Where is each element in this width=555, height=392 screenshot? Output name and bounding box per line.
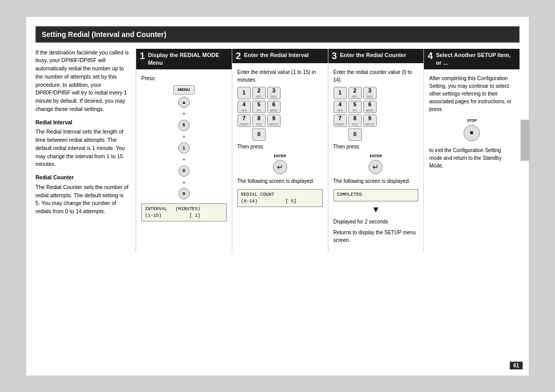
key-3b[interactable]: 3DEF — [363, 87, 377, 99]
key-0b[interactable]: 0 — [348, 128, 362, 141]
key-4b[interactable]: 4GHI — [334, 101, 347, 113]
page-number: 61 — [510, 362, 523, 369]
steps-area: 1 Display the REDIAL MODE Menu Press: ME… — [136, 49, 520, 252]
step-3-then-press: Then press: — [334, 143, 419, 151]
nav-0-key[interactable]: 0 — [178, 165, 190, 177]
nav-5-key[interactable]: 5 — [178, 120, 190, 131]
right-tab — [521, 120, 530, 161]
step-4-number: 4 — [428, 51, 433, 61]
key-3[interactable]: 3DEF — [267, 87, 281, 99]
step-3-completed-label: COMPLETED — [337, 192, 362, 197]
step-3-numpad: 1 2ABC 3DEF 4GHI 5JKL 6MNO 7PQRS 8TUV 9W… — [334, 87, 419, 141]
redial-counter-text: The Redial Counter sets the number of re… — [35, 183, 130, 216]
nav-9-key[interactable]: 9 — [178, 188, 190, 199]
key-5[interactable]: 5JKL — [252, 101, 266, 113]
menu-button[interactable]: MENU — [173, 85, 195, 95]
step-2-enter-label: ENTER — [274, 154, 286, 159]
step-4-after-text: After completing this Configuration Sett… — [429, 74, 514, 113]
arrow-down-icon: ▼ — [334, 203, 419, 216]
key-8b[interactable]: 8TUV — [348, 115, 362, 127]
redial-interval-title: Redial Interval — [35, 119, 130, 127]
step-2-number: 2 — [236, 51, 241, 61]
step-1-header: 1 Display the REDIAL MODE Menu — [136, 49, 232, 70]
step-4-exit-text: to exit the Configuration Setting mode a… — [429, 146, 514, 170]
step-4-header: 4 Select Another SETUP Item, or ... — [424, 49, 520, 70]
key-7[interactable]: 7PQRS — [237, 115, 251, 127]
step-2-then-press: Then press: — [237, 143, 323, 151]
step-2-title: Enter the Redial Interval — [244, 51, 309, 59]
stop-key[interactable]: ⏹ — [464, 125, 480, 141]
step-3-header: 3 Enter the Redial Counter — [328, 49, 424, 63]
key-0[interactable]: 0 — [252, 128, 266, 141]
key-2[interactable]: 2ABC — [252, 87, 266, 99]
redial-interval-text: The Redial Interval sets the length of t… — [35, 128, 130, 169]
step-1-screen: INTERVAL (MINUTES) (1-15) [ 1] — [141, 203, 227, 221]
step-2-instruction: Enter the interval value (1 to 15) in mi… — [237, 68, 323, 84]
key-9b[interactable]: 9WXYZ — [363, 115, 377, 127]
step-2-body: Enter the interval value (1 to 15) in mi… — [237, 68, 323, 208]
step-1-title: Display the REDIAL MODE Menu — [148, 51, 228, 67]
step-3-body: Enter the redial counter value (0 to 14)… — [334, 68, 419, 244]
step-2-screen: REDIAL COUNT (0-14) [ 5] — [237, 189, 323, 207]
step-3-number: 3 — [332, 51, 337, 61]
step-2-header: 2 Enter the Redial Interval — [232, 49, 328, 63]
step-2-enter-area: ENTER ↵ — [237, 154, 323, 175]
page: Setting Redial (Interval and Counter) If… — [26, 16, 529, 376]
page-title: Setting Redial (Interval and Counter) — [35, 26, 520, 43]
step-1-body: Press: MENU ▲ + 5 + 1 + 0 + 9 INTERVAL (… — [141, 74, 227, 221]
key-1[interactable]: 1 — [237, 87, 251, 99]
stop-button-area: STOP ⏹ — [429, 118, 514, 141]
step-3-displayed-for: Displayed for 2 seconds — [334, 218, 419, 226]
step-1-column: 1 Display the REDIAL MODE Menu Press: ME… — [136, 49, 232, 252]
redial-counter-title: Redial Counter — [35, 174, 130, 182]
step-3-enter-key[interactable]: ↵ — [368, 160, 383, 174]
intro-text: If the destination facsimile you called … — [35, 49, 130, 114]
step-4-title: Select Another SETUP Item, or ... — [436, 51, 516, 67]
key-9[interactable]: 9WXYZ — [267, 115, 281, 127]
step-2-column: 2 Enter the Redial Interval Enter the in… — [232, 49, 328, 252]
key-1b[interactable]: 1 — [334, 87, 347, 99]
key-4[interactable]: 4GHI — [237, 101, 251, 113]
key-5b[interactable]: 5JKL — [348, 101, 362, 113]
step-3-following: The following screen is displayed. — [334, 177, 419, 185]
step-3-enter-area: ENTER ↵ — [334, 154, 419, 175]
step-3-enter-label: ENTER — [370, 154, 382, 159]
nav-up-key[interactable]: ▲ — [178, 97, 190, 108]
intro-column: If the destination facsimile you called … — [35, 49, 136, 252]
key-6[interactable]: 6MNO — [267, 101, 281, 113]
step-4-column: 4 Select Another SETUP Item, or ... Afte… — [424, 49, 520, 252]
nav-1-key[interactable]: 1 — [178, 142, 190, 154]
key-7b[interactable]: 7PQRS — [334, 115, 347, 127]
step-1-number: 1 — [140, 51, 145, 61]
step-4-body: After completing this Configuration Sett… — [429, 74, 514, 170]
key-8[interactable]: 8TUV — [252, 115, 266, 127]
content-area: If the destination facsimile you called … — [35, 49, 520, 252]
step-2-enter-key[interactable]: ↵ — [273, 160, 287, 174]
step-2-following: The following screen is displayed. — [237, 177, 323, 185]
key-6b[interactable]: 6MNO — [363, 101, 377, 113]
step-1-keypad: MENU ▲ + 5 + 1 + 0 + 9 — [141, 85, 227, 199]
step-3-column: 3 Enter the Redial Counter Enter the red… — [328, 49, 424, 252]
stop-label: STOP — [467, 118, 477, 124]
step-1-press: Press: — [141, 74, 227, 82]
step-2-numpad: 1 2ABC 3DEF 4GHI 5JKL 6MNO 7PQRS 8TUV 9W… — [237, 87, 323, 141]
step-3-instruction: Enter the redial counter value (0 to 14)… — [334, 68, 419, 84]
step-3-returns-text: Returns to display the SETUP menu screen… — [334, 229, 419, 244]
step-3-completed-box: COMPLETED — [334, 189, 419, 201]
key-2b[interactable]: 2ABC — [348, 87, 362, 99]
step-3-title: Enter the Redial Counter — [340, 51, 406, 59]
